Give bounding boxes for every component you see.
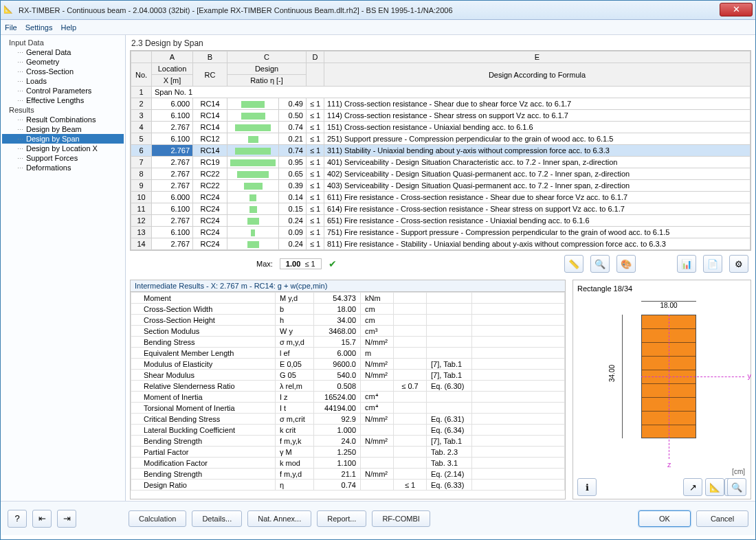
- hdr-ratio: Ratio η [-]: [227, 75, 307, 87]
- tool-4-icon[interactable]: 📊: [677, 255, 696, 273]
- axis-z: [669, 315, 669, 459]
- dim-height: 34.00: [622, 315, 623, 438]
- tree-item[interactable]: Cross-Section: [2, 67, 124, 76]
- table-row[interactable]: 122.767RC240.24≤ 1651) Fire resistance -…: [131, 215, 751, 227]
- result-row: Relative Slenderness Ratioλ rel,m0.508≤ …: [131, 381, 565, 392]
- span-header: Span No. 1: [152, 87, 751, 98]
- nav-tree: Input Data General DataGeometryCross-Sec…: [1, 35, 126, 501]
- intermediate-title: Intermediate Results - X: 2.767 m - RC14…: [131, 280, 565, 292]
- result-row: Bending Stressσ m,y,d15.7N/mm²: [131, 337, 565, 348]
- hdr-formula: Design According to Formula: [324, 63, 751, 87]
- menu-settings[interactable]: Settings: [25, 23, 53, 32]
- intermediate-results: Intermediate Results - X: 2.767 m - RC14…: [130, 280, 566, 499]
- section-title: 2.3 Design by Span: [130, 36, 751, 50]
- hdr-rc: RC: [193, 63, 227, 87]
- menubar: File Settings Help: [1, 20, 755, 35]
- rf-combi-button[interactable]: RF-COMBI: [372, 510, 430, 527]
- tree-item[interactable]: General Data: [2, 47, 124, 57]
- diagram-btn-3-icon[interactable]: 🔍: [727, 478, 746, 496]
- close-button[interactable]: ✕: [720, 3, 753, 16]
- table-row[interactable]: 72.767RC190.95≤ 1401) Serviceability - D…: [131, 157, 751, 168]
- col-e: E: [324, 52, 751, 63]
- diagram-btn-2-icon[interactable]: 📐: [705, 478, 724, 496]
- col-a: A: [152, 52, 193, 63]
- table-row[interactable]: 136.100RC240.09≤ 1751) Fire resistance -…: [131, 227, 751, 238]
- table-row[interactable]: 106.000RC240.14≤ 1611) Fire resistance -…: [131, 192, 751, 203]
- tool-1-icon[interactable]: 📏: [564, 255, 583, 273]
- col-c: C: [227, 52, 307, 63]
- cancel-button[interactable]: Cancel: [696, 510, 748, 527]
- result-row: Torsional Moment of InertiaI t44194.00cm…: [131, 403, 565, 414]
- hdr-no: No.: [131, 63, 152, 87]
- result-row: Moment of InertiaI z16524.00cm⁴: [131, 392, 565, 403]
- result-row: Section ModulusW y3468.00cm³: [131, 326, 565, 337]
- tree-item[interactable]: Design by Location X: [2, 144, 124, 153]
- tree-item[interactable]: Geometry: [2, 57, 124, 67]
- hdr-xm: X [m]: [152, 75, 193, 87]
- nat-annex-button[interactable]: Nat. Annex...: [247, 510, 311, 527]
- table-row[interactable]: 62.767RC140.74≤ 1311) Stability - Uniaxi…: [131, 145, 751, 157]
- col-b: B: [193, 52, 227, 63]
- tree-input-data[interactable]: Input Data: [2, 38, 124, 47]
- result-row: Equivalent Member Lengthl ef6.000m: [131, 348, 565, 359]
- axis-y: [641, 376, 744, 377]
- tree-item[interactable]: Deformations: [2, 163, 124, 172]
- diagram-title: Rectangle 18/34: [576, 283, 748, 294]
- window-title: RX-TIMBER - Continuous beam - 2.04.0003 …: [19, 6, 753, 14]
- export-icon[interactable]: ⇥: [57, 510, 76, 528]
- result-row: Lateral Buckling Coefficientk crit1.000E…: [131, 425, 565, 436]
- footer: ? ⇤ ⇥ Calculation Details... Nat. Annex.…: [1, 501, 755, 535]
- result-row: Bending Strengthf m,y,k24.0N/mm²[7], Tab…: [131, 436, 565, 447]
- result-row: Modification Factork mod1.100Tab. 3.1: [131, 458, 565, 469]
- cross-section-diagram: Rectangle 18/34 18.00 34.00 [cm] ℹ ↗: [572, 280, 751, 499]
- design-grid[interactable]: A B C D E No. Location RC Design Design …: [130, 50, 751, 251]
- tree-item[interactable]: Effective Lengths: [2, 95, 124, 105]
- app-icon: 📐: [3, 5, 14, 16]
- max-label: Max:: [256, 260, 273, 268]
- tree-item[interactable]: Support Forces: [2, 153, 124, 163]
- menu-file[interactable]: File: [5, 23, 17, 32]
- details-button[interactable]: Details...: [192, 510, 242, 527]
- help-icon[interactable]: ?: [8, 510, 27, 528]
- max-value: 1.00 ≤ 1: [280, 258, 322, 269]
- table-row[interactable]: 92.767RC220.39≤ 1403) Serviceability - D…: [131, 180, 751, 192]
- tree-item[interactable]: Design by Beam: [2, 124, 124, 134]
- tree-item[interactable]: Control Parameters: [2, 86, 124, 95]
- tool-3-icon[interactable]: 🎨: [616, 255, 636, 273]
- col-d: D: [307, 52, 324, 63]
- tree-item[interactable]: Result Combinations: [2, 115, 124, 124]
- table-row[interactable]: 26.000RC140.49≤ 1111) Cross-section resi…: [131, 98, 751, 110]
- table-row[interactable]: 116.100RC240.15≤ 1614) Fire resistance -…: [131, 203, 751, 215]
- menu-help[interactable]: Help: [60, 23, 76, 32]
- diagram-unit: [cm]: [732, 468, 745, 475]
- tree-item[interactable]: Loads: [2, 76, 124, 86]
- table-row[interactable]: 56.100RC120.21≤ 1251) Support pressure -…: [131, 133, 751, 145]
- ok-button[interactable]: OK: [638, 510, 691, 527]
- result-row: Modulus of ElasticityE 0,059600.0N/mm²[7…: [131, 359, 565, 370]
- report-button[interactable]: Report...: [317, 510, 366, 527]
- table-row[interactable]: 82.767RC220.65≤ 1402) Serviceability - D…: [131, 168, 751, 180]
- titlebar: 📐 RX-TIMBER - Continuous beam - 2.04.000…: [1, 1, 755, 20]
- tree-results[interactable]: Results: [2, 105, 124, 115]
- diagram-info-icon[interactable]: ℹ: [577, 478, 597, 496]
- result-row: Shear ModulusG 05540.0N/mm²[7], Tab.1: [131, 370, 565, 381]
- result-row: Design Ratioη0.74≤ 1Eq. (6.33): [131, 480, 565, 491]
- tool-5-icon[interactable]: 📄: [703, 255, 722, 273]
- hdr-location: Location: [152, 63, 193, 75]
- tool-2-icon[interactable]: 🔍: [590, 255, 610, 273]
- import-icon[interactable]: ⇤: [32, 510, 52, 528]
- result-row: MomentM y,d54.373kNm: [131, 293, 565, 304]
- tool-6-icon[interactable]: ⚙: [729, 255, 748, 273]
- tree-item[interactable]: Design by Span: [2, 134, 124, 144]
- table-row[interactable]: 142.767RC240.24≤ 1811) Fire resistance -…: [131, 238, 751, 250]
- result-row: Partial Factorγ M1.250Tab. 2.3: [131, 447, 565, 458]
- calculation-button[interactable]: Calculation: [129, 510, 186, 527]
- result-row: Cross-Section Heighth34.00cm: [131, 315, 565, 326]
- diagram-btn-1-icon[interactable]: ↗: [683, 478, 702, 496]
- check-icon: ✔: [329, 258, 337, 269]
- hdr-design: Design: [227, 63, 307, 75]
- dim-width: 18.00: [641, 301, 696, 309]
- result-row: Bending Strengthf m,y,d21.1N/mm²Eq. (2.1…: [131, 469, 565, 480]
- table-row[interactable]: 42.767RC140.74≤ 1151) Cross-section resi…: [131, 122, 751, 133]
- table-row[interactable]: 36.100RC140.50≤ 1114) Cross-section resi…: [131, 110, 751, 122]
